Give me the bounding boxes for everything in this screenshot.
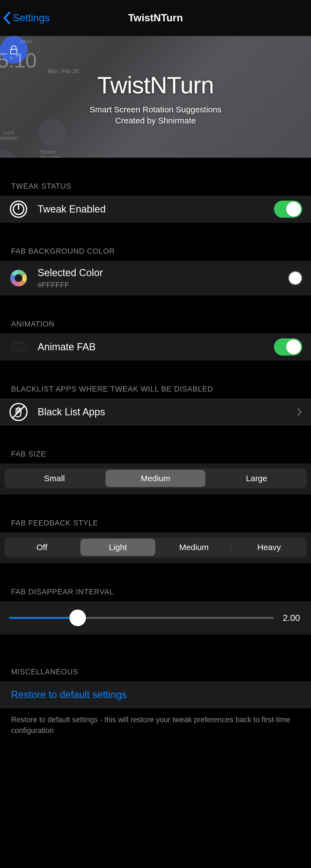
section-header-fab-color: FAB BACKGROUND COLOR (0, 247, 311, 261)
segment-option[interactable]: Heavy (232, 542, 307, 552)
navbar: Settings TwistNTurn (0, 0, 311, 36)
row-fab-size: SmallMediumLarge (0, 463, 311, 494)
animate-fab-icon (9, 337, 28, 356)
chevron-left-icon (3, 11, 10, 24)
blocked-hand-icon (9, 402, 28, 422)
row-fab-interval: 2.00 (0, 601, 311, 634)
blacklist-label: Black List Apps (38, 406, 297, 418)
selected-color-hex: #FFFFFF (38, 281, 288, 289)
segment-option[interactable]: Light (80, 539, 156, 556)
power-icon (9, 199, 28, 219)
segment-option[interactable]: Small (4, 474, 104, 483)
fab-feedback-segmented[interactable]: OffLightMediumHeavy (4, 537, 307, 557)
row-blacklist-apps[interactable]: Black List Apps (0, 398, 311, 426)
back-label: Settings (13, 12, 50, 24)
restore-footer-note: Restore to default settings - this will … (0, 708, 311, 747)
hero-subtitle-2: Created by Shnirmate (115, 116, 196, 125)
section-header-fab-size: FAB SIZE (0, 450, 311, 463)
section-header-fab-interval: FAB DISAPPEAR INTERVAL (0, 588, 311, 601)
section-header-misc: MISCELLANEOUS (0, 668, 311, 681)
row-tweak-enabled: Tweak Enabled (0, 196, 311, 223)
chevron-right-icon (297, 408, 302, 416)
selected-color-label: Selected Color (38, 267, 288, 279)
tweak-enabled-switch[interactable] (274, 200, 302, 218)
fab-interval-value: 2.00 (283, 613, 302, 623)
section-header-tweak-status: TWEAK STATUS (0, 182, 311, 196)
segment-option[interactable]: Off (4, 542, 79, 552)
animate-fab-label: Animate FAB (38, 341, 274, 353)
color-ring-icon (9, 269, 28, 288)
color-swatch (288, 271, 302, 285)
hero-subtitle-1: Smart Screen Rotation Suggestions (90, 105, 221, 114)
fab-interval-slider[interactable] (9, 610, 274, 626)
segment-option[interactable]: Medium (106, 470, 206, 487)
row-animate-fab: Animate FAB (0, 334, 311, 361)
hero-title: TwistNTurn (97, 71, 214, 99)
section-header-fab-feedback: FAB FEEDBACK STYLE (0, 519, 311, 532)
section-header-animation: ANIMATION (0, 320, 311, 334)
animate-fab-switch[interactable] (274, 338, 302, 355)
restore-label: Restore to default settings (11, 689, 302, 701)
hero-header: omiui 5:10 Mon, Feb 28 Lockentation Scre… (0, 36, 311, 158)
section-header-blacklist: BLACKLIST APPS WHERE TWEAK WILL BE DISAB… (0, 385, 311, 398)
restore-defaults-button[interactable]: Restore to default settings (0, 681, 311, 708)
segment-option[interactable]: Large (207, 474, 307, 483)
fab-size-segmented[interactable]: SmallMediumLarge (4, 468, 307, 488)
row-selected-color[interactable]: Selected Color #FFFFFF (0, 261, 311, 296)
row-fab-feedback: OffLightMediumHeavy (0, 532, 311, 563)
tweak-enabled-label: Tweak Enabled (38, 204, 274, 215)
back-button[interactable]: Settings (3, 0, 50, 36)
segment-option[interactable]: Medium (157, 542, 231, 552)
